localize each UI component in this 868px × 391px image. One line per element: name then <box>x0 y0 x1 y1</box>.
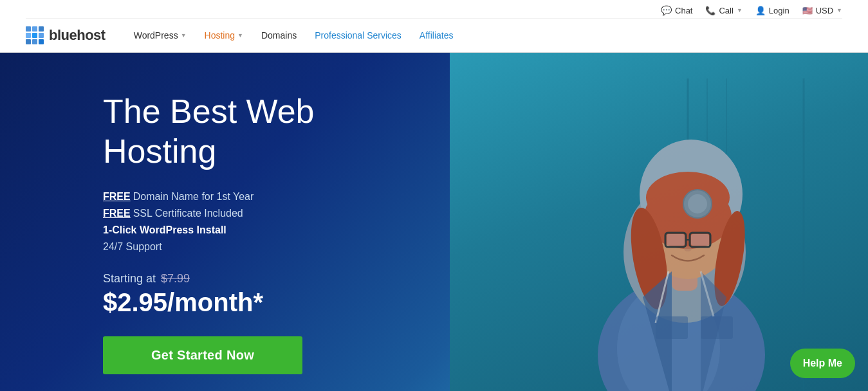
get-started-button[interactable]: Get Started Now <box>103 336 302 374</box>
feature-wordpress-text: 1-Click WordPress Install <box>103 224 226 236</box>
hero-title: The Best Web Hosting <box>103 91 399 172</box>
nav-item-wordpress[interactable]: WordPress ▼ <box>125 25 196 46</box>
currency-label: USD <box>816 6 833 15</box>
nav-item-affiliates[interactable]: Affiliates <box>411 25 463 46</box>
svg-rect-18 <box>667 234 685 246</box>
hero-section: The Best Web Hosting FREE Domain Name fo… <box>0 53 868 391</box>
svg-rect-19 <box>691 234 709 246</box>
call-chevron-icon: ▼ <box>737 7 743 14</box>
call-icon: 📞 <box>705 6 716 15</box>
wordpress-chevron-icon: ▼ <box>181 32 187 39</box>
login-nav-item[interactable]: 👤 Login <box>755 6 790 15</box>
nav-wordpress-label: WordPress <box>134 30 178 41</box>
hero-pricing: Starting at $7.99 $2.95/month* <box>103 272 399 317</box>
feature-domain-free-label: FREE <box>103 191 131 203</box>
feature-ssl-free-label: FREE <box>103 208 131 219</box>
header-top: 💬 Chat 📞 Call ▼ 👤 Login 🇺🇸 USD ▼ <box>26 0 842 19</box>
hero-background <box>450 53 868 391</box>
chat-label: Chat <box>675 6 692 15</box>
nav-domains-label: Domains <box>261 30 297 41</box>
nav-affiliates-label: Affiliates <box>420 30 454 41</box>
nav-item-domains[interactable]: Domains <box>252 25 306 46</box>
logo[interactable]: bluehost <box>26 26 106 44</box>
nav-hosting-label: Hosting <box>205 30 235 41</box>
main-nav: WordPress ▼ Hosting ▼ Domains Profession… <box>125 25 463 46</box>
hero-person-illustration <box>482 78 868 391</box>
hero-pricing-main-price: $2.95/month* <box>103 288 399 317</box>
nav-item-hosting[interactable]: Hosting ▼ <box>196 25 252 46</box>
chat-nav-item[interactable]: 💬 Chat <box>661 5 692 15</box>
header: 💬 Chat 📞 Call ▼ 👤 Login 🇺🇸 USD ▼ <box>0 0 868 53</box>
flag-icon: 🇺🇸 <box>802 6 813 15</box>
help-me-button[interactable]: Help Me <box>790 349 855 378</box>
svg-point-20 <box>684 246 692 251</box>
hero-features-list: FREE Domain Name for 1st Year FREE SSL C… <box>103 191 399 253</box>
call-nav-item[interactable]: 📞 Call ▼ <box>705 6 742 15</box>
feature-ssl: FREE SSL Certificate Included <box>103 208 399 219</box>
hero-content: The Best Web Hosting FREE Domain Name fo… <box>0 53 399 391</box>
hosting-chevron-icon: ▼ <box>237 32 243 39</box>
logo-text: bluehost <box>49 27 106 44</box>
hero-pricing-old-price: $7.99 <box>161 272 190 286</box>
login-label: Login <box>769 6 790 15</box>
feature-support-text: 24/7 Support <box>103 241 162 253</box>
feature-domain-text: Domain Name for 1st Year <box>133 191 254 203</box>
currency-nav-item[interactable]: 🇺🇸 USD ▼ <box>802 6 842 15</box>
feature-ssl-text: SSL Certificate Included <box>133 208 243 219</box>
feature-wordpress: 1-Click WordPress Install <box>103 224 399 236</box>
hero-pricing-starting-row: Starting at $7.99 <box>103 272 399 286</box>
currency-chevron-icon: ▼ <box>836 7 842 14</box>
hero-pricing-starting-label: Starting at <box>103 272 156 286</box>
call-label: Call <box>719 6 733 15</box>
nav-item-professional-services[interactable]: Professional Services <box>306 25 411 46</box>
logo-grid-icon <box>26 26 44 44</box>
svg-point-22 <box>688 194 707 214</box>
header-bottom: bluehost WordPress ▼ Hosting ▼ Domains P… <box>26 19 842 52</box>
chat-icon: 💬 <box>661 5 672 15</box>
feature-domain: FREE Domain Name for 1st Year <box>103 191 399 203</box>
nav-professional-services-label: Professional Services <box>315 30 402 41</box>
feature-support: 24/7 Support <box>103 241 399 253</box>
login-icon: 👤 <box>755 6 766 15</box>
svg-rect-25 <box>656 316 688 339</box>
svg-rect-26 <box>701 316 733 339</box>
